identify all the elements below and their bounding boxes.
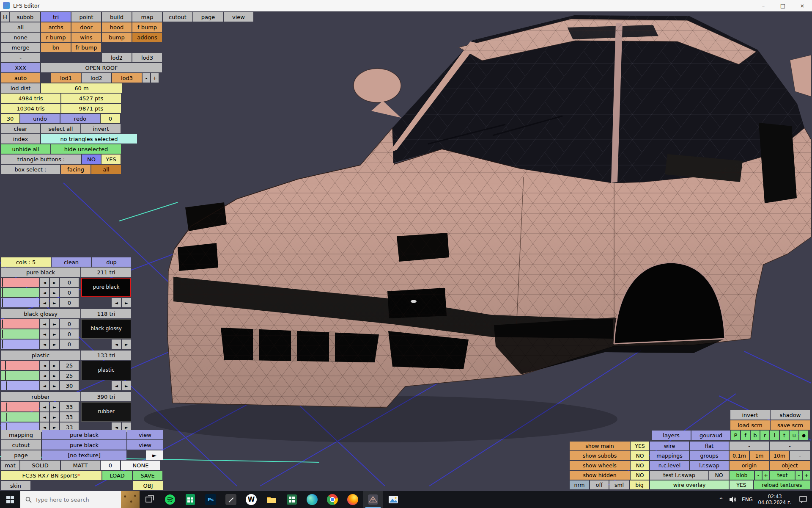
green-slider[interactable]	[1, 371, 39, 380]
red-slider[interactable]	[1, 402, 39, 411]
part-bn-button[interactable]: bn	[41, 43, 71, 52]
chrome-icon[interactable]	[322, 491, 343, 508]
search-input[interactable]	[35, 497, 121, 503]
lod-dist-button[interactable]: lod dist	[1, 83, 40, 93]
lod3-part-button[interactable]: lod3	[132, 53, 162, 62]
text-plus-button[interactable]: +	[803, 471, 810, 480]
red-slider[interactable]	[1, 319, 39, 329]
object-button[interactable]: object	[770, 461, 810, 470]
tray-chevron-icon[interactable]: ^	[716, 491, 727, 508]
nrm-big-button[interactable]: big	[630, 480, 649, 489]
color-swatch[interactable]: plastic	[81, 361, 131, 380]
color-name[interactable]: pure black	[1, 268, 80, 277]
undo-button[interactable]: undo	[20, 114, 60, 123]
mapping-value[interactable]: pure black	[42, 430, 126, 439]
green-dec-button[interactable]: ◄	[40, 329, 49, 339]
grid-01m-button[interactable]: 0.1m	[730, 451, 749, 460]
box-select-facing[interactable]: facing	[61, 165, 91, 174]
red-inc-button[interactable]: ►	[50, 402, 59, 411]
tray-clock[interactable]: 02:43 04.03.2024 г.	[755, 491, 794, 508]
part-frbump-button[interactable]: fr bump	[71, 43, 101, 52]
volume-icon[interactable]	[727, 491, 739, 508]
lod-auto-button[interactable]: auto	[1, 73, 40, 83]
red-inc-button[interactable]: ►	[50, 361, 59, 370]
menu-build-button[interactable]: build	[102, 12, 132, 22]
swatch-next-button[interactable]: ►	[122, 340, 131, 349]
wire-overlay-value[interactable]: YES	[730, 480, 753, 489]
save-scm-button[interactable]: save scm	[771, 420, 810, 430]
menu-map-button[interactable]: map	[132, 12, 162, 22]
lod3-button[interactable]: lod3	[112, 73, 142, 83]
menu-tri-button[interactable]: tri	[41, 12, 71, 22]
swatch-next-button[interactable]: ►	[122, 381, 131, 390]
edge-icon[interactable]	[302, 491, 322, 508]
red-inc-button[interactable]: ►	[50, 319, 59, 329]
menu-cutout-button[interactable]: cutout	[163, 12, 192, 22]
layer-u-button[interactable]: u	[790, 431, 798, 440]
select-all-button[interactable]: select all	[41, 124, 80, 133]
layer-dot-button[interactable]: ●	[799, 431, 808, 440]
menu-subob-button[interactable]: subob	[10, 12, 40, 22]
excel-icon[interactable]	[282, 491, 302, 508]
grid-1m-button[interactable]: 1m	[750, 451, 769, 460]
show-hidden-button[interactable]: show hidden	[570, 471, 630, 480]
part-wins-button[interactable]: wins	[71, 33, 101, 42]
green-inc-button[interactable]: ►	[50, 329, 59, 339]
green-inc-button[interactable]: ►	[50, 412, 59, 422]
reload-textures-button[interactable]: reload textures	[754, 480, 810, 489]
nrm-off-button[interactable]: off	[590, 480, 609, 489]
swatch-prev-button[interactable]: ◄	[112, 298, 121, 307]
redo-button[interactable]: redo	[60, 114, 100, 123]
pen-tool-icon[interactable]	[221, 491, 241, 508]
color-name[interactable]: rubber	[1, 392, 80, 401]
show-subobs-value[interactable]: NO	[631, 451, 649, 460]
language-indicator[interactable]: ENG	[739, 491, 755, 508]
swatch-next-button[interactable]: ►	[122, 298, 131, 307]
xxx-button[interactable]: XXX	[1, 63, 40, 72]
search-highlight-image[interactable]	[121, 491, 140, 508]
lod2-part-button[interactable]: lod2	[102, 53, 132, 62]
green-inc-button[interactable]: ►	[50, 371, 59, 380]
blue-slider[interactable]	[1, 298, 39, 307]
shadow-button[interactable]: shadow	[771, 410, 810, 420]
mapping-label[interactable]: mapping	[1, 430, 41, 439]
blue-dec-button[interactable]: ◄	[40, 340, 49, 349]
page-texture-value[interactable]: [no texture]	[42, 450, 126, 460]
green-slider[interactable]	[1, 329, 39, 339]
select-all-parts-button[interactable]: all	[1, 22, 40, 32]
part-archs-button[interactable]: archs	[41, 22, 71, 32]
menu-page-button[interactable]: page	[193, 12, 223, 22]
photoshop-icon[interactable]: Ps	[200, 491, 221, 508]
load-scm-button[interactable]: load scm	[730, 420, 770, 430]
text-button[interactable]: text	[770, 471, 795, 480]
lod2-button[interactable]: lod2	[82, 73, 111, 83]
part-fbump-button[interactable]: f bump	[132, 22, 162, 32]
taskbar-search[interactable]	[20, 491, 140, 508]
skin-button[interactable]: skin	[1, 481, 30, 490]
red-dec-button[interactable]: ◄	[40, 402, 49, 411]
red-slider[interactable]	[1, 361, 39, 370]
wire-overlay-button[interactable]: wire overlay	[650, 480, 729, 489]
firefox-icon[interactable]	[343, 491, 363, 508]
box-select-all[interactable]: all	[91, 165, 121, 174]
show-hidden-value[interactable]: NO	[631, 471, 649, 480]
load-button[interactable]: LOAD	[102, 471, 132, 480]
obj-button[interactable]: OBJ	[133, 481, 163, 490]
green-dec-button[interactable]: ◄	[40, 412, 49, 422]
dash-button[interactable]: -	[1, 53, 40, 62]
page-label[interactable]: page	[1, 450, 41, 460]
layer-t-button[interactable]: t	[780, 431, 789, 440]
blue-slider[interactable]	[1, 340, 39, 349]
wikipedia-icon[interactable]: W	[241, 491, 261, 508]
show-wheels-value[interactable]: NO	[631, 461, 649, 470]
cutout-value[interactable]: pure black	[42, 440, 126, 450]
cols-count[interactable]: cols : 5	[1, 257, 51, 267]
unhide-all-button[interactable]: unhide all	[1, 144, 50, 154]
clear-button[interactable]: clear	[1, 124, 40, 133]
part-door-button[interactable]: door	[71, 22, 101, 32]
open-roof-button[interactable]: OPEN ROOF	[41, 63, 162, 72]
show-main-value[interactable]: YES	[631, 442, 649, 450]
dup-button[interactable]: dup	[92, 257, 131, 267]
mat-none-button[interactable]: NONE	[121, 461, 160, 470]
merge-button[interactable]: merge	[1, 43, 40, 52]
